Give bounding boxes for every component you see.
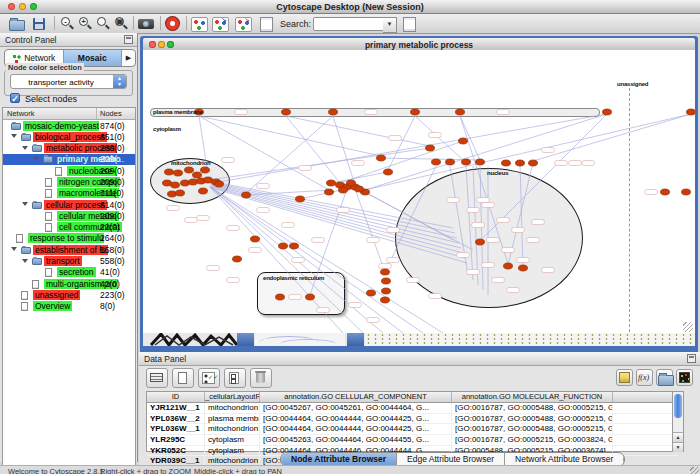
tree-row[interactable]: cellular metabo209(0)	[3, 210, 135, 221]
network-node[interactable]	[185, 167, 194, 173]
tree-row[interactable]: secretion41(0)	[3, 267, 135, 278]
network-node[interactable]	[176, 190, 185, 196]
network-node[interactable]	[165, 169, 174, 175]
select-attributes-button[interactable]	[146, 368, 168, 388]
select-all-attributes-button[interactable]	[198, 368, 220, 388]
tree-row[interactable]: nucleobase-209(0)	[3, 165, 135, 176]
network-node[interactable]	[456, 109, 465, 115]
tree-row[interactable]: primary metabo209(...	[3, 154, 135, 165]
network-node[interactable]	[381, 297, 390, 303]
network-node[interactable]	[381, 269, 390, 275]
network-node[interactable]	[199, 188, 208, 194]
tree-row[interactable]: establishment of lo558(0)	[3, 244, 135, 255]
network-node[interactable]	[296, 196, 305, 202]
scrollbar-thumb[interactable]	[674, 394, 682, 418]
tree-row[interactable]: cellular process614(0)	[3, 199, 135, 210]
expander-icon[interactable]	[22, 146, 28, 150]
zoom-selected-button[interactable]: ▣	[112, 16, 130, 31]
zoom-fit-button[interactable]	[94, 16, 112, 31]
table-row[interactable]: YPL036W__1mitochondrion[GO:0044464, GO:0…	[147, 424, 678, 435]
network-node[interactable]	[382, 278, 391, 284]
attribute-table-header[interactable]: ID_cellularLayoutRegionannotation.GO CEL…	[147, 392, 678, 403]
attribute-table[interactable]: ID_cellularLayoutRegionannotation.GO CEL…	[146, 391, 679, 452]
network-node[interactable]	[661, 189, 670, 195]
network-node[interactable]	[446, 159, 455, 165]
network-node[interactable]	[339, 187, 348, 193]
float-panel-icon[interactable]	[687, 354, 696, 363]
tree-row[interactable]: mosaic-demo-yeast874(0)	[3, 120, 135, 131]
formula-builder-button[interactable]: f(x)	[636, 369, 653, 386]
network-node[interactable]	[462, 159, 471, 165]
expander-icon[interactable]	[22, 259, 28, 263]
table-row[interactable]: YJR121W__1mitochondrion[GO:0045267, GO:0…	[147, 403, 678, 414]
network-node[interactable]	[529, 160, 538, 166]
tree-row[interactable]: response to stimulu264(0)	[3, 233, 135, 244]
network-node[interactable]	[282, 109, 291, 115]
network-overview-button[interactable]	[191, 16, 209, 31]
network-node[interactable]	[432, 159, 441, 165]
tab-scroll-arrow[interactable]: ▶	[122, 50, 135, 66]
network-node[interactable]	[426, 145, 435, 151]
network-node[interactable]	[215, 181, 224, 187]
network-node[interactable]	[276, 294, 285, 300]
search-dropdown-button[interactable]: ▼	[383, 17, 397, 33]
network-node[interactable]	[163, 180, 172, 186]
search-input[interactable]	[313, 17, 387, 31]
network-node[interactable]	[306, 294, 315, 300]
expander-icon[interactable]	[11, 247, 17, 251]
column-header[interactable]: annotation.GO CELLULAR_COMPONENT	[260, 392, 452, 402]
expander-icon[interactable]	[11, 134, 17, 138]
save-session-button[interactable]	[31, 16, 49, 31]
select-nodes-checkbox[interactable]: ✓	[10, 93, 20, 103]
network-node[interactable]	[504, 263, 513, 269]
float-panel-icon[interactable]	[124, 35, 133, 44]
scroll-down-button[interactable]: ▼	[673, 442, 683, 452]
open-session-button[interactable]	[8, 16, 26, 31]
layout-button-1[interactable]: ↘	[212, 16, 230, 31]
network-node[interactable]	[347, 180, 356, 186]
advanced-search-button[interactable]	[401, 16, 419, 31]
column-header[interactable]: _cellularLayoutRegion	[205, 392, 260, 402]
node-color-dropdown[interactable]: transporter activity ▲▼	[10, 74, 127, 89]
tree-row[interactable]: nitrogen compo209(0)	[3, 176, 135, 187]
network-node[interactable]	[476, 159, 485, 165]
import-attributes-button[interactable]	[656, 369, 673, 386]
network-node[interactable]	[411, 109, 420, 115]
network-node[interactable]	[168, 191, 177, 197]
network-node[interactable]	[516, 160, 525, 166]
network-node[interactable]	[242, 192, 251, 198]
expander-icon[interactable]	[22, 202, 28, 206]
attribute-notes-button[interactable]	[616, 369, 633, 386]
network-node[interactable]	[325, 189, 334, 195]
tree-row[interactable]: macromolecule311(0)	[3, 188, 135, 199]
tree-row[interactable]: unassigned223(0)	[3, 289, 135, 300]
layout-button-2[interactable]: ↘	[235, 16, 253, 31]
table-scrollbar[interactable]: ▲ ▼	[672, 391, 684, 452]
network-node[interactable]	[459, 138, 468, 144]
tree-row[interactable]: cell communicat22(0)	[3, 222, 135, 233]
network-node[interactable]	[355, 186, 364, 192]
network-node[interactable]	[251, 236, 260, 242]
network-node[interactable]	[519, 265, 528, 271]
tree-row[interactable]: biological_process651(0)	[3, 131, 135, 142]
tree-row[interactable]: metabolic process280(0)	[3, 143, 135, 154]
zoom-out-button[interactable]: -	[58, 16, 76, 31]
network-node[interactable]	[181, 180, 190, 186]
canvas-resize-grip[interactable]	[683, 322, 693, 332]
network-node[interactable]	[189, 179, 198, 185]
network-node[interactable]	[279, 243, 288, 249]
network-node[interactable]	[171, 182, 180, 188]
scroll-up-button[interactable]: ▲	[673, 432, 683, 442]
network-node[interactable]	[193, 172, 202, 178]
table-row[interactable]: YLR295Ccytoplasm[GO:0045263, GO:0044464,…	[147, 435, 678, 446]
network-node[interactable]	[603, 109, 612, 115]
create-attribute-button[interactable]	[172, 368, 194, 388]
delete-attribute-button[interactable]	[250, 368, 272, 388]
tree-row[interactable]: multi-organism pro42(0)	[3, 278, 135, 289]
network-node[interactable]	[204, 177, 213, 183]
network-node[interactable]	[327, 180, 336, 186]
unselect-all-attributes-button[interactable]	[224, 368, 246, 388]
attribute-matrix-button[interactable]	[676, 369, 693, 386]
network-node[interactable]	[367, 290, 376, 296]
tree-row[interactable]: transport558(0)	[3, 256, 135, 267]
